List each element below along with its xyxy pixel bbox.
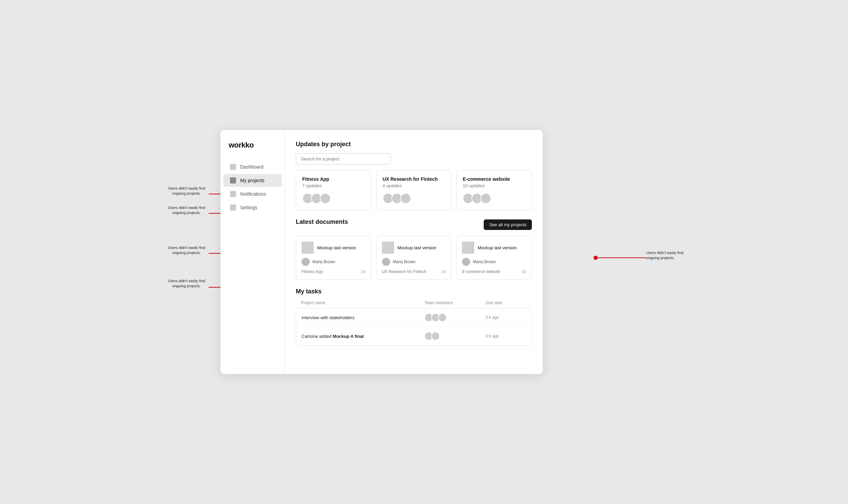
doc-time-0: 1h [361, 269, 365, 274]
col-due-date: Due date [486, 301, 526, 305]
task-row-1: Carloine added Mockup A final 3 h ago [296, 327, 531, 345]
dashboard-icon [230, 164, 236, 170]
avatar [400, 193, 411, 204]
sidebar-label-myprojects: My projects [240, 178, 265, 183]
sidebar-label-notifications: Notifications [240, 191, 266, 197]
settings-icon [230, 204, 236, 211]
task-due-1: 3 h ago [485, 334, 526, 339]
project-search-input[interactable] [296, 153, 391, 164]
project-name-1: UX Research for Fintech [383, 176, 445, 182]
doc-card-2: Mockup last version Maria Brown E-commer… [456, 236, 532, 280]
project-updates-2: 10 updates [463, 183, 525, 188]
doc-author-name-2: Maria Brown [473, 259, 495, 264]
project-card-1: UX Research for Fintech 4 updates [376, 170, 452, 210]
doc-author-row-0: Maria Brown [302, 258, 366, 266]
annotation-3: Users didn't easily find ongoing project… [164, 245, 209, 256]
tasks-table-body: Interview with stakeholders 3 h ago Carl… [296, 308, 532, 346]
task-avatar [431, 332, 440, 341]
documents-section: Latest documents See all my projects Moc… [296, 218, 532, 280]
annotation-4: Users didn't easily find ongoing project… [164, 278, 209, 289]
task-avatar [438, 313, 447, 322]
avatar [320, 193, 331, 204]
project-updates-1: 4 updates [383, 183, 445, 188]
documents-grid: Mockup last version Maria Brown Fitness … [296, 236, 532, 280]
doc-author-avatar-0 [302, 258, 310, 266]
task-due-0: 3 h ago [485, 315, 526, 320]
doc-project-0: Fitness App [302, 269, 323, 274]
doc-header-0: Mockup last version [302, 241, 366, 254]
doc-author-name-0: Maria Brown [312, 259, 335, 264]
task-name-1: Carloine added Mockup A final [302, 334, 424, 339]
notifications-icon [230, 191, 236, 197]
doc-time-1: 1h [441, 269, 446, 274]
task-row-0: Interview with stakeholders 3 h ago [296, 308, 531, 327]
project-name-0: Fitness App [302, 176, 365, 182]
updates-title: Updates by project [296, 141, 532, 148]
sidebar-item-myprojects[interactable]: My projects [223, 174, 282, 187]
app-container: workko Dashboard My projects Notificatio… [220, 130, 543, 374]
sidebar-label-dashboard: Dashboard [240, 164, 264, 169]
tasks-title: My tasks [296, 288, 532, 295]
tasks-table-header: Project name Team members Due date [296, 301, 532, 308]
doc-author-avatar-1 [382, 258, 390, 266]
sidebar-nav: Dashboard My projects Notifications Sett… [220, 160, 285, 214]
col-project-name: Project name [301, 301, 425, 305]
sidebar-item-settings[interactable]: Settings [223, 201, 282, 214]
project-avatars-0 [302, 193, 365, 204]
tasks-section: My tasks Project name Team members Due d… [296, 288, 532, 346]
doc-title-0: Mockup last version [317, 245, 356, 250]
annotation-2: Users didn't easily find ongoing project… [164, 205, 209, 216]
doc-project-2: E-commerce website [462, 269, 500, 274]
task-avatars-1 [424, 332, 485, 341]
annotation-1: Users didn't easily find ongoing project… [164, 186, 209, 196]
doc-author-avatar-2 [462, 258, 470, 266]
doc-card-0: Mockup last version Maria Brown Fitness … [296, 236, 372, 280]
project-name-2: E-commerce website [463, 176, 525, 182]
doc-header-1: Mockup last version [382, 241, 446, 254]
project-card-0: Fitness App 7 updates [296, 170, 372, 210]
doc-time-2: 1h [522, 269, 526, 274]
project-avatars-2 [463, 193, 525, 204]
doc-footer-1: UX Research for Fintech 1h [382, 269, 446, 274]
app-logo: workko [220, 141, 285, 160]
see-all-projects-button[interactable]: See all my projects [484, 219, 532, 230]
task-name-0: Interview with stakeholders [302, 315, 424, 320]
doc-thumbnail-0 [302, 241, 314, 254]
doc-card-1: Mockup last version Maria Brown UX Resea… [376, 236, 452, 280]
project-card-2: E-commerce website 10 updates [456, 170, 532, 210]
annotation-right-line [597, 257, 646, 258]
documents-title: Latest documents [296, 218, 348, 226]
myprojects-icon [230, 177, 236, 183]
main-content: Updates by project Fitness App 7 updates [285, 130, 543, 374]
doc-author-row-2: Maria Brown [462, 258, 526, 266]
sidebar-label-settings: Settings [240, 205, 257, 210]
annotation-right-dot [594, 256, 598, 260]
doc-title-2: Mockup last version [477, 245, 517, 250]
sidebar-item-notifications[interactable]: Notifications [223, 187, 282, 200]
doc-header-2: Mockup last version [462, 241, 526, 254]
project-updates-0: 7 updates [302, 183, 365, 188]
doc-author-row-1: Maria Brown [382, 258, 446, 266]
avatar [480, 193, 491, 204]
doc-thumbnail-1 [382, 241, 394, 254]
doc-title-1: Mockup last version [398, 245, 436, 250]
doc-thumbnail-2 [462, 241, 474, 254]
doc-author-name-1: Maria Brown [393, 259, 416, 264]
doc-footer-0: Fitness App 1h [302, 269, 366, 274]
col-team-members: Team members [425, 301, 486, 305]
updates-section: Updates by project Fitness App 7 updates [296, 141, 532, 210]
annotation-right: Users didn't easily find ongoing project… [646, 250, 696, 261]
full-page-wrapper: Users didn't easily find ongoing project… [220, 130, 628, 374]
task-avatars-0 [424, 313, 485, 322]
doc-project-1: UX Research for Fintech [382, 269, 426, 274]
documents-section-header: Latest documents See all my projects [296, 218, 532, 231]
sidebar-item-dashboard[interactable]: Dashboard [223, 160, 282, 173]
doc-footer-2: E-commerce website 1h [462, 269, 526, 274]
project-avatars-1 [383, 193, 445, 204]
sidebar: workko Dashboard My projects Notificatio… [220, 130, 285, 374]
project-cards-grid: Fitness App 7 updates UX Research for Fi… [296, 170, 532, 210]
